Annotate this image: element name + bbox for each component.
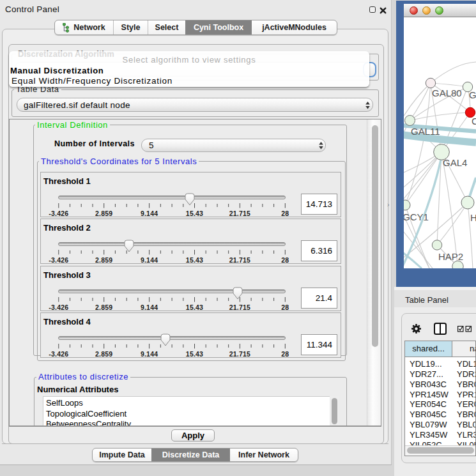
svg-text:C: C xyxy=(472,116,476,127)
svg-text:GAL11: GAL11 xyxy=(411,126,440,137)
svg-text:HIS4: HIS4 xyxy=(470,212,476,223)
svg-text:GAL80: GAL80 xyxy=(432,88,462,98)
svg-text:GAL1: GAL1 xyxy=(469,89,476,100)
svg-text:GAL4: GAL4 xyxy=(443,157,467,168)
svg-text:GCY1: GCY1 xyxy=(404,211,429,222)
svg-text:HAP2: HAP2 xyxy=(438,251,463,262)
